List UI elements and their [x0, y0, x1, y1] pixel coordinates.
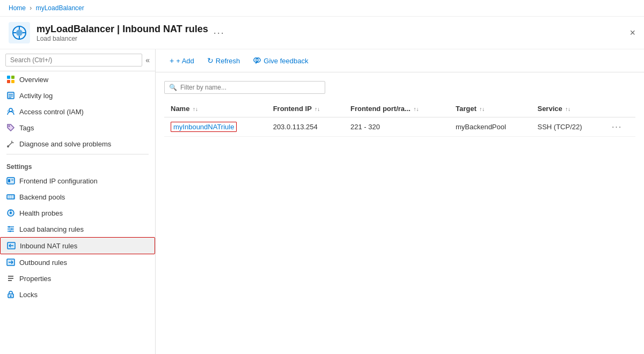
sidebar-item-frontend-ip[interactable]: Frontend IP configuration	[0, 173, 155, 189]
content-area: 🔍 Name ↑↓ Frontend IP ↑↓	[156, 72, 644, 354]
collapse-button[interactable]: «	[145, 56, 150, 64]
resource-icon	[9, 22, 30, 43]
svg-rect-7	[7, 76, 10, 79]
add-button[interactable]: + + Add	[164, 54, 200, 68]
resource-title-group: myLoadBalancer | Inbound NAT rules Load …	[36, 24, 208, 42]
iam-icon	[6, 107, 15, 116]
col-frontend-port-sort-icon[interactable]: ↑↓	[414, 106, 419, 112]
col-target: Target ↑↓	[449, 100, 531, 117]
sidebar-item-inbound-nat[interactable]: Inbound NAT rules	[0, 237, 155, 254]
cell-actions: ···	[605, 117, 635, 137]
col-frontend-port: Frontend port/ra... ↑↓	[344, 100, 449, 117]
cell-service: SSH (TCP/22)	[531, 117, 605, 137]
diagnose-icon	[6, 139, 15, 148]
refresh-button[interactable]: ↻ Refresh	[202, 54, 246, 68]
svg-rect-10	[11, 80, 14, 83]
health-probes-icon	[6, 209, 15, 217]
activity-log-icon	[6, 91, 15, 100]
resource-subtitle: Load balancer	[36, 35, 208, 42]
sidebar-item-label: Outbound rules	[19, 259, 67, 267]
toolbar: + + Add ↻ Refresh Give feedback	[156, 49, 644, 72]
frontend-ip-icon	[6, 176, 15, 185]
svg-point-49	[10, 296, 12, 297]
sidebar-item-label: Frontend IP configuration	[19, 177, 98, 185]
sidebar-search-container: «	[0, 49, 155, 71]
properties-icon	[6, 274, 15, 283]
sidebar-item-backend-pools[interactable]: Backend pools	[0, 189, 155, 205]
svg-point-17	[8, 110, 9, 112]
outbound-rules-icon	[6, 258, 15, 267]
inbound-nat-table: Name ↑↓ Frontend IP ↑↓ Frontend port/ra.…	[164, 100, 635, 137]
svg-point-35	[11, 228, 13, 230]
settings-divider	[6, 154, 149, 154]
sidebar-item-label: Load balancing rules	[19, 225, 84, 233]
sidebar-item-label: Backend pools	[19, 193, 65, 201]
header-ellipsis[interactable]: ···	[214, 27, 225, 39]
main-content: + + Add ↻ Refresh Give feedback	[156, 49, 644, 354]
feedback-icon	[253, 56, 261, 65]
sidebar-item-iam[interactable]: Access control (IAM)	[0, 104, 155, 120]
sidebar-item-locks[interactable]: Locks	[0, 286, 155, 303]
page-title: myLoadBalancer | Inbound NAT rules	[36, 24, 208, 35]
filter-input[interactable]	[180, 84, 320, 91]
search-input[interactable]	[5, 54, 142, 67]
sidebar-item-label: Overview	[19, 76, 48, 84]
svg-rect-23	[11, 179, 13, 181]
col-target-sort-icon[interactable]: ↑↓	[479, 106, 485, 112]
table-header-row: Name ↑↓ Frontend IP ↑↓ Frontend port/ra.…	[164, 100, 635, 117]
sidebar-item-properties[interactable]: Properties	[0, 270, 155, 286]
svg-point-18	[13, 110, 14, 112]
sidebar-item-label: Tags	[19, 124, 34, 132]
sidebar-item-label: Locks	[19, 291, 38, 299]
svg-rect-9	[7, 80, 10, 83]
table-row: myInboundNATriule 203.0.113.254 221 - 32…	[164, 117, 635, 137]
sidebar-item-lb-rules[interactable]: Load balancing rules	[0, 221, 155, 237]
cell-name: myInboundNATriule	[164, 117, 267, 137]
svg-point-16	[9, 108, 12, 112]
filter-bar: 🔍	[164, 81, 635, 94]
sidebar-item-overview[interactable]: Overview	[0, 71, 155, 87]
col-frontend-ip: Frontend IP ↑↓	[267, 100, 344, 117]
sidebar-item-label: Properties	[19, 275, 51, 283]
sidebar-item-label: Health probes	[19, 209, 63, 217]
col-actions	[605, 100, 635, 117]
svg-rect-8	[11, 76, 14, 79]
lb-rules-icon	[6, 225, 15, 233]
svg-point-20	[7, 145, 9, 148]
resource-header: myLoadBalancer | Inbound NAT rules Load …	[0, 17, 644, 49]
row-name-link[interactable]: myInboundNATriule	[171, 122, 237, 132]
sidebar-item-activity-log[interactable]: Activity log	[0, 87, 155, 104]
cell-target: myBackendPool	[449, 117, 531, 137]
tags-icon	[6, 123, 15, 132]
settings-section-label: Settings	[0, 157, 155, 173]
col-service-sort-icon[interactable]: ↑↓	[565, 106, 570, 112]
svg-point-29	[10, 212, 12, 214]
breadcrumb-home[interactable]: Home	[9, 4, 26, 12]
breadcrumb-resource[interactable]: myLoadBalancer	[36, 4, 84, 12]
sidebar-item-label: Access control (IAM)	[19, 108, 84, 116]
cell-frontend-ip: 203.0.113.254	[267, 117, 344, 137]
svg-point-19	[9, 126, 10, 127]
sidebar-item-tags[interactable]: Tags	[0, 120, 155, 136]
feedback-button[interactable]: Give feedback	[247, 54, 313, 68]
sidebar-item-health-probes[interactable]: Health probes	[0, 205, 155, 221]
svg-rect-22	[8, 179, 10, 182]
main-layout: « Overview	[0, 49, 644, 354]
sidebar: « Overview	[0, 49, 156, 354]
sidebar-item-diagnose[interactable]: Diagnose and solve problems	[0, 136, 155, 152]
sidebar-item-label: Activity log	[19, 92, 53, 100]
overview-icon	[6, 75, 15, 84]
col-name-sort-icon[interactable]: ↑↓	[193, 106, 198, 112]
col-service: Service ↑↓	[531, 100, 605, 117]
close-button[interactable]: ×	[630, 27, 635, 39]
sidebar-item-outbound-rules[interactable]: Outbound rules	[0, 254, 155, 270]
add-icon: +	[170, 56, 174, 65]
col-frontend-ip-sort-icon[interactable]: ↑↓	[314, 106, 320, 112]
locks-icon	[6, 290, 15, 299]
row-actions-button[interactable]: ···	[612, 122, 622, 132]
refresh-icon: ↻	[207, 56, 214, 65]
filter-input-container: 🔍	[164, 81, 325, 94]
svg-point-34	[9, 226, 10, 228]
sidebar-item-label: Diagnose and solve problems	[19, 140, 111, 148]
svg-point-2	[16, 30, 23, 36]
